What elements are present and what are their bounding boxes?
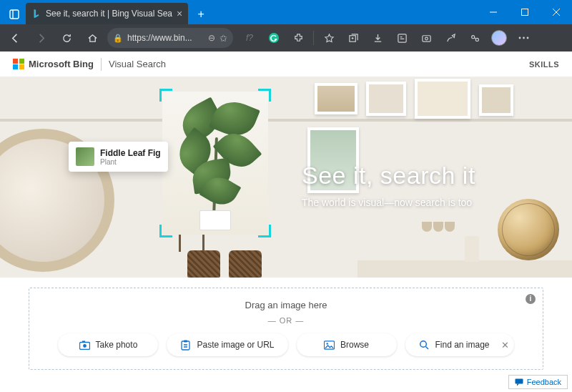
or-label: — OR — (42, 316, 530, 325)
svg-point-14 (523, 37, 525, 39)
feedback-button[interactable]: Feedback (508, 375, 568, 389)
take-photo-label: Take photo (96, 340, 138, 350)
result-thumb-icon (76, 147, 94, 166)
skills-link[interactable]: SKILLS (529, 60, 559, 69)
feedback-label: Feedback (527, 378, 561, 386)
share-icon[interactable] (440, 27, 461, 49)
drop-label: Drag an image here (42, 300, 530, 310)
tab-actions-icon[interactable] (4, 4, 24, 24)
hero-subline: The world is visual—now search is too (302, 197, 475, 208)
page-header: Microsoft Bing Visual Search SKILLS (0, 52, 572, 77)
svg-point-17 (83, 344, 87, 348)
svg-point-13 (518, 37, 521, 39)
svg-rect-20 (184, 340, 187, 342)
hero-text: See it, search it The world is visual—no… (302, 162, 475, 208)
svg-point-15 (526, 37, 528, 39)
crop-corner-icon[interactable] (258, 89, 271, 102)
focused-plant-image (162, 92, 268, 235)
clear-icon[interactable]: ✕ (501, 340, 509, 351)
svg-rect-25 (515, 378, 523, 383)
result-subtitle: Plant (100, 158, 161, 166)
result-title: Fiddle Leaf Fig (100, 148, 161, 158)
refresh-button[interactable] (56, 27, 77, 49)
maximize-button[interactable] (509, 1, 541, 23)
minimize-button[interactable] (478, 1, 509, 23)
browser-toolbar: 🔒 https://www.bin... ⊖ ✩ f? (0, 24, 572, 52)
search-icon (419, 340, 430, 351)
grammarly-icon[interactable] (263, 27, 285, 49)
bing-favicon-icon (31, 9, 41, 19)
url-text: https://www.bin... (127, 33, 204, 43)
crop-corner-icon[interactable] (159, 89, 172, 102)
back-button[interactable] (4, 27, 26, 49)
performance-icon[interactable] (464, 27, 485, 49)
svg-rect-3 (522, 9, 528, 16)
svg-rect-9 (422, 35, 430, 41)
camera-icon (79, 340, 90, 351)
crop-corner-icon[interactable] (159, 225, 172, 237)
svg-rect-0 (10, 10, 19, 19)
ext-f-icon[interactable]: f? (239, 27, 260, 49)
more-menu-icon[interactable] (513, 27, 534, 49)
browser-tab-active[interactable]: See it, search it | Bing Visual Sea × (26, 3, 188, 24)
browse-label: Browse (340, 340, 369, 350)
dropzone-actions: Take photo Paste image or URL Browse Fin… (42, 333, 530, 356)
find-image-button[interactable]: Find an image ✕ (405, 333, 514, 356)
window-title-bar: See it, search it | Bing Visual Sea × + (0, 0, 572, 24)
svg-rect-19 (182, 341, 189, 350)
hero-headline: See it, search it (302, 162, 475, 190)
home-button[interactable] (82, 27, 103, 49)
browse-button[interactable]: Browse (297, 333, 397, 356)
paste-label: Paste image or URL (197, 340, 274, 350)
svg-point-10 (425, 37, 428, 40)
zoom-icon[interactable]: ⊖ (208, 33, 215, 43)
tab-close-icon[interactable]: × (177, 8, 182, 19)
lock-icon: 🔒 (113, 34, 123, 43)
svg-point-11 (471, 35, 474, 38)
close-window-button[interactable] (541, 1, 572, 23)
page-content: Microsoft Bing Visual Search SKILLS (0, 52, 572, 392)
tab-title: See it, search it | Bing Visual Sea (46, 9, 172, 19)
tab-well: See it, search it | Bing Visual Sea × + (0, 0, 211, 24)
result-callout[interactable]: Fiddle Leaf Fig Plant (69, 142, 168, 172)
svg-rect-18 (82, 340, 85, 343)
microsoft-logo-icon (13, 59, 24, 70)
screenshot-icon[interactable] (415, 27, 437, 49)
new-tab-button[interactable]: + (191, 4, 211, 24)
image-icon (324, 340, 335, 351)
find-label: Find an image (435, 340, 490, 350)
forward-button[interactable] (30, 27, 51, 49)
crop-corner-icon[interactable] (258, 225, 271, 237)
downloads-icon[interactable] (367, 27, 388, 49)
image-dropzone[interactable]: i Drag an image here — OR — Take photo P… (29, 288, 543, 370)
address-bar[interactable]: 🔒 https://www.bin... ⊖ ✩ (107, 28, 233, 48)
section-title: Visual Search (109, 59, 166, 69)
extensions-icon[interactable] (287, 27, 309, 49)
hero-banner: Fiddle Leaf Fig Plant See it, search it … (0, 77, 572, 278)
paste-button[interactable]: Paste image or URL (167, 333, 287, 356)
favorite-icon[interactable]: ✩ (220, 33, 227, 44)
svg-point-22 (326, 343, 327, 344)
hero-background (0, 77, 572, 278)
favorites-icon[interactable] (318, 27, 340, 49)
toolbar-divider (313, 31, 314, 45)
take-photo-button[interactable]: Take photo (58, 333, 158, 356)
profile-avatar[interactable] (488, 27, 510, 49)
svg-line-24 (426, 347, 429, 350)
info-icon[interactable]: i (526, 294, 536, 304)
svg-point-12 (475, 38, 478, 41)
reader-icon[interactable] (391, 27, 413, 49)
visual-search-focus-frame (162, 92, 268, 235)
svg-rect-8 (398, 34, 405, 41)
brand-text: Microsoft Bing (29, 59, 94, 69)
window-controls (478, 1, 572, 23)
collections-icon[interactable] (342, 27, 364, 49)
svg-point-23 (420, 341, 427, 348)
brand-divider (101, 58, 102, 71)
clipboard-icon (180, 340, 191, 351)
feedback-icon (515, 378, 523, 386)
